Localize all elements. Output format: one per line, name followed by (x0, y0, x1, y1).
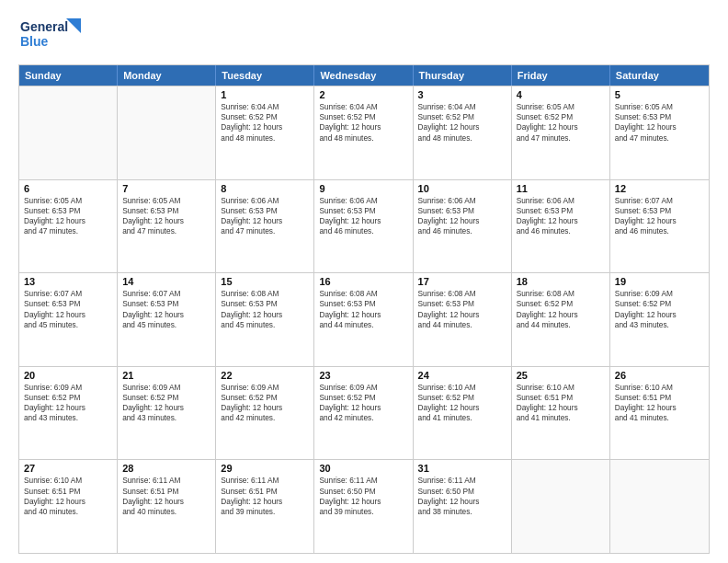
cell-info-line: Sunrise: 6:09 AM (24, 383, 112, 393)
cell-info-line: Sunrise: 6:04 AM (418, 102, 506, 112)
calendar-cell (610, 460, 709, 553)
cell-info-line: and 39 minutes. (319, 507, 407, 517)
cell-info-line: and 44 minutes. (319, 320, 407, 330)
cell-info-line: Sunset: 6:51 PM (122, 487, 210, 497)
cell-info-line: and 48 minutes. (319, 133, 407, 144)
day-number: 23 (319, 370, 407, 381)
cell-info-line: Sunset: 6:52 PM (24, 393, 112, 403)
calendar-cell: 16Sunrise: 6:08 AMSunset: 6:53 PMDayligh… (314, 273, 413, 366)
calendar-row: 13Sunrise: 6:07 AMSunset: 6:53 PMDayligh… (19, 272, 709, 366)
cell-info-line: Daylight: 12 hours (122, 216, 210, 226)
cell-info-line: and 44 minutes. (418, 320, 506, 330)
logo: General Blue (18, 15, 83, 57)
calendar-cell: 14Sunrise: 6:07 AMSunset: 6:53 PMDayligh… (118, 273, 216, 366)
cell-info-line: and 46 minutes. (517, 226, 605, 236)
cell-info-line: Daylight: 12 hours (24, 216, 112, 226)
day-number: 22 (221, 370, 309, 381)
day-number: 5 (615, 89, 704, 100)
cell-info-line: and 47 minutes. (221, 226, 309, 236)
cell-info-line: Sunset: 6:53 PM (122, 299, 210, 309)
cell-info-line: Sunrise: 6:11 AM (122, 476, 210, 486)
cell-info-line: Sunrise: 6:06 AM (418, 196, 506, 206)
day-number: 11 (517, 183, 605, 194)
cell-info-line: and 42 minutes. (221, 413, 309, 423)
cell-info-line: Sunrise: 6:06 AM (517, 196, 605, 206)
cell-info-line: Sunrise: 6:11 AM (221, 476, 309, 486)
cell-info-line: and 40 minutes. (122, 507, 210, 517)
calendar-row: 27Sunrise: 6:10 AMSunset: 6:51 PMDayligh… (19, 459, 709, 553)
cell-info-line: Sunset: 6:51 PM (221, 487, 309, 497)
svg-text:Blue: Blue (20, 34, 49, 49)
cell-info-line: Sunset: 6:52 PM (221, 393, 309, 403)
cell-info-line: Sunrise: 6:08 AM (517, 289, 605, 299)
cell-info-line: and 48 minutes. (221, 133, 309, 144)
day-number: 12 (615, 183, 704, 194)
cell-info-line: Sunrise: 6:09 AM (122, 383, 210, 393)
cell-info-line: and 47 minutes. (122, 226, 210, 236)
cell-info-line: Daylight: 12 hours (319, 122, 407, 132)
cell-info-line: and 47 minutes. (24, 226, 112, 236)
cell-info-line: Sunrise: 6:07 AM (122, 289, 210, 299)
cell-info-line: Sunset: 6:50 PM (418, 487, 506, 497)
cell-info-line: Daylight: 12 hours (24, 497, 112, 507)
cell-info-line: Sunset: 6:51 PM (24, 487, 112, 497)
weekday-header: Friday (512, 65, 610, 86)
day-number: 24 (418, 370, 506, 381)
day-number: 6 (24, 183, 112, 194)
cell-info-line: Sunrise: 6:09 AM (221, 383, 309, 393)
calendar-cell: 1Sunrise: 6:04 AMSunset: 6:52 PMDaylight… (216, 86, 314, 179)
calendar-cell: 19Sunrise: 6:09 AMSunset: 6:52 PMDayligh… (610, 273, 709, 366)
cell-info-line: and 43 minutes. (615, 320, 704, 330)
calendar-cell: 22Sunrise: 6:09 AMSunset: 6:52 PMDayligh… (216, 367, 314, 460)
day-number: 3 (418, 89, 506, 100)
cell-info-line: Sunset: 6:52 PM (122, 393, 210, 403)
cell-info-line: Daylight: 12 hours (221, 122, 309, 132)
cell-info-line: Daylight: 12 hours (517, 216, 605, 226)
day-number: 19 (615, 276, 704, 287)
cell-info-line: Sunset: 6:53 PM (319, 299, 407, 309)
calendar-cell: 4Sunrise: 6:05 AMSunset: 6:52 PMDaylight… (512, 86, 610, 179)
cell-info-line: Daylight: 12 hours (418, 403, 506, 413)
cell-info-line: Sunset: 6:53 PM (24, 299, 112, 309)
calendar-cell: 21Sunrise: 6:09 AMSunset: 6:52 PMDayligh… (118, 367, 216, 460)
calendar-cell (118, 86, 216, 179)
day-number: 9 (319, 183, 407, 194)
cell-info-line: Sunrise: 6:09 AM (615, 289, 704, 299)
cell-info-line: Daylight: 12 hours (418, 216, 506, 226)
day-number: 17 (418, 276, 506, 287)
calendar-cell: 11Sunrise: 6:06 AMSunset: 6:53 PMDayligh… (512, 180, 610, 273)
cell-info-line: Sunrise: 6:06 AM (221, 196, 309, 206)
calendar-cell: 10Sunrise: 6:06 AMSunset: 6:53 PMDayligh… (414, 180, 512, 273)
cell-info-line: Sunrise: 6:10 AM (418, 383, 506, 393)
cell-info-line: Daylight: 12 hours (319, 310, 407, 320)
cell-info-line: Sunrise: 6:05 AM (122, 196, 210, 206)
cell-info-line: Sunrise: 6:09 AM (319, 383, 407, 393)
day-number: 28 (122, 463, 210, 474)
page: General Blue SundayMondayTuesdayWednesda… (0, 0, 728, 563)
day-number: 27 (24, 463, 112, 474)
cell-info-line: and 42 minutes. (319, 413, 407, 423)
cell-info-line: and 46 minutes. (418, 226, 506, 236)
cell-info-line: Daylight: 12 hours (615, 216, 704, 226)
calendar-cell: 31Sunrise: 6:11 AMSunset: 6:50 PMDayligh… (414, 460, 512, 553)
day-number: 30 (319, 463, 407, 474)
cell-info-line: Sunrise: 6:08 AM (319, 289, 407, 299)
calendar-row: 20Sunrise: 6:09 AMSunset: 6:52 PMDayligh… (19, 366, 709, 460)
cell-info-line: Daylight: 12 hours (122, 497, 210, 507)
cell-info-line: Sunrise: 6:07 AM (24, 289, 112, 299)
cell-info-line: Daylight: 12 hours (615, 403, 704, 413)
cell-info-line: Sunrise: 6:05 AM (615, 102, 704, 112)
cell-info-line: and 47 minutes. (615, 133, 704, 144)
cell-info-line: Sunset: 6:53 PM (418, 299, 506, 309)
day-number: 10 (418, 183, 506, 194)
cell-info-line: Daylight: 12 hours (319, 403, 407, 413)
cell-info-line: Daylight: 12 hours (319, 497, 407, 507)
cell-info-line: Sunrise: 6:10 AM (615, 383, 704, 393)
calendar-cell: 9Sunrise: 6:06 AMSunset: 6:53 PMDaylight… (314, 180, 413, 273)
cell-info-line: Sunset: 6:52 PM (517, 112, 605, 122)
cell-info-line: Sunset: 6:53 PM (221, 206, 309, 216)
calendar-cell: 6Sunrise: 6:05 AMSunset: 6:53 PMDaylight… (19, 180, 118, 273)
cell-info-line: Daylight: 12 hours (122, 403, 210, 413)
cell-info-line: Daylight: 12 hours (418, 497, 506, 507)
day-number: 2 (319, 89, 407, 100)
